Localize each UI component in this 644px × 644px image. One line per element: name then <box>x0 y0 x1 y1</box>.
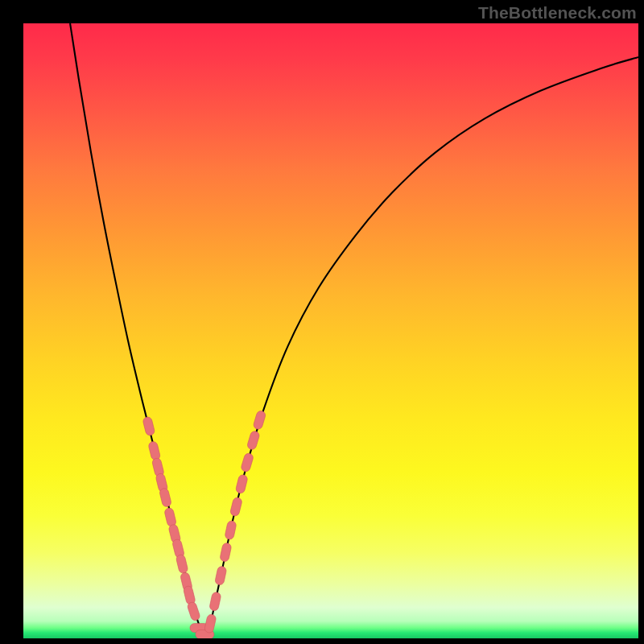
plot-area <box>23 23 638 638</box>
curve-marker <box>175 554 188 574</box>
curve-marker <box>183 585 196 605</box>
curve-marker <box>225 520 237 540</box>
curve-marker <box>159 488 171 508</box>
curve-marker <box>164 507 177 527</box>
curve-marker <box>235 474 248 494</box>
watermark-text: TheBottleneck.com <box>478 3 637 23</box>
curve-marker <box>241 452 254 473</box>
curve-marker <box>148 440 161 460</box>
curve-marker <box>246 430 260 450</box>
curve-marker <box>204 613 217 634</box>
marker-group <box>142 410 266 638</box>
curve-marker <box>142 416 155 436</box>
curve-marker <box>187 601 201 621</box>
bottleneck-curve <box>70 23 638 638</box>
chart-svg <box>23 23 638 638</box>
outer-frame: TheBottleneck.com <box>0 0 644 644</box>
curve-marker <box>209 592 222 612</box>
curve-marker <box>253 410 266 430</box>
curve-marker <box>214 566 227 586</box>
curve-marker <box>220 543 233 563</box>
curve-marker <box>229 497 242 517</box>
